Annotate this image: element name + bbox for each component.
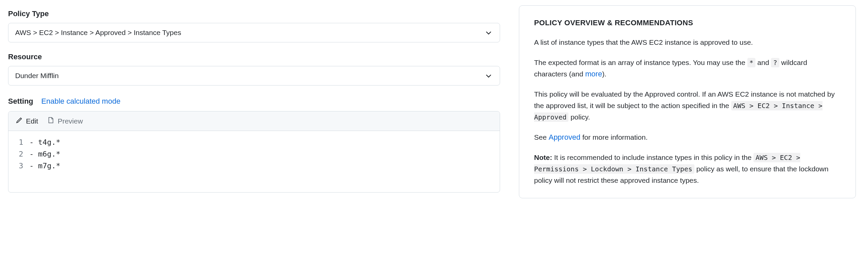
- tab-edit[interactable]: Edit: [16, 117, 38, 125]
- code-line: 1 - t4g.*: [8, 136, 500, 148]
- overview-p4: See Approved for more information.: [534, 131, 841, 143]
- setting-editor: Edit Preview 1 - t4g.* 2 -: [8, 111, 500, 193]
- note-label: Note:: [534, 154, 552, 161]
- more-link[interactable]: more: [585, 70, 602, 78]
- overview-panel: POLICY OVERVIEW & RECOMMENDATIONS A list…: [519, 5, 856, 198]
- policy-type-label: Policy Type: [8, 9, 500, 18]
- tab-edit-label: Edit: [26, 117, 38, 125]
- wildcard-star: *: [747, 58, 755, 67]
- setting-label: Setting: [8, 97, 33, 106]
- resource-select[interactable]: Dunder Mifflin: [8, 66, 500, 86]
- chevron-down-icon: [485, 29, 492, 36]
- overview-p5: Note: It is recommended to include insta…: [534, 152, 841, 186]
- overview-heading: POLICY OVERVIEW & RECOMMENDATIONS: [534, 19, 841, 27]
- code-line: 3 - m7g.*: [8, 160, 500, 172]
- chevron-down-icon: [485, 72, 492, 79]
- resource-label: Resource: [8, 53, 500, 61]
- wildcard-question: ?: [771, 58, 779, 67]
- tab-preview-label: Preview: [58, 117, 83, 125]
- approved-link[interactable]: Approved: [549, 133, 580, 141]
- resource-value: Dunder Mifflin: [15, 72, 59, 80]
- tab-preview[interactable]: Preview: [48, 117, 83, 125]
- form-panel: Policy Type AWS > EC2 > Instance > Appro…: [8, 5, 500, 193]
- line-number: 3: [8, 160, 29, 172]
- policy-type-value: AWS > EC2 > Instance > Approved > Instan…: [15, 29, 181, 37]
- line-number: 1: [8, 136, 29, 148]
- overview-p1: A list of instance types that the AWS EC…: [534, 37, 841, 48]
- pencil-icon: [16, 117, 23, 125]
- document-icon: [48, 117, 54, 125]
- overview-p3: This policy will be evaluated by the App…: [534, 89, 841, 123]
- code-editor[interactable]: 1 - t4g.* 2 - m6g.* 3 - m7g.*: [8, 131, 500, 192]
- enable-calculated-mode-link[interactable]: Enable calculated mode: [41, 97, 121, 106]
- code-line: 2 - m6g.*: [8, 148, 500, 160]
- policy-type-select[interactable]: AWS > EC2 > Instance > Approved > Instan…: [8, 23, 500, 42]
- line-number: 2: [8, 148, 29, 160]
- overview-p2: The expected format is an array of insta…: [534, 57, 841, 80]
